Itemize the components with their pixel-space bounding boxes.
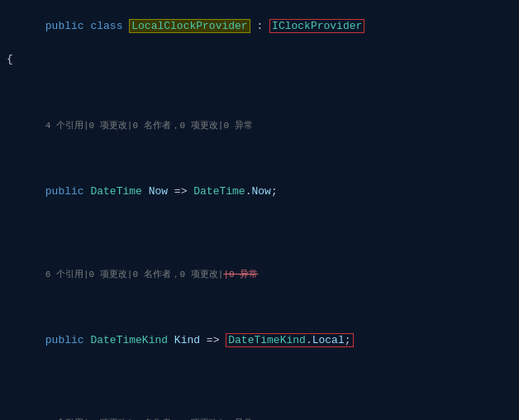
kw-public-2: public	[45, 334, 91, 346]
class-name: LocalClockProvider	[131, 20, 247, 32]
brace-open: {	[7, 53, 13, 65]
keyword-public: public	[45, 20, 91, 32]
type-datetimekind-1: DateTimeKind	[90, 334, 174, 346]
type-datetime-2: DateTime	[193, 185, 245, 198]
line-blank-1	[0, 68, 519, 84]
type-datetimekind-2: DateTimeKind	[228, 334, 306, 346]
arrow-1: =>	[174, 185, 193, 198]
code-editor: public class LocalClockProvider : IClock…	[0, 0, 519, 420]
interface-name: IClockProvider	[272, 20, 362, 32]
val-local: Local	[312, 334, 345, 346]
line-open-brace: {	[0, 51, 519, 68]
dot-2: .	[306, 334, 312, 346]
meta-line-1: 4 个引用|0 项更改|0 名作者，0 项更改|0 异常	[0, 84, 519, 150]
dot-1: .	[245, 185, 252, 198]
meta-text-1: 4 个引用|0 项更改|0 名作者，0 项更改|0 异常	[45, 121, 253, 131]
type-datetime-1: DateTime	[90, 185, 148, 198]
strikethrough-text: |0 异常	[223, 270, 258, 279]
meta-line-3: 4 个引用|0 项更改|0 名作者，0 项更改|0 异常	[0, 382, 519, 420]
val-now: Now	[252, 185, 271, 198]
meta-text-2: 6 个引用|0 项更改|0 名作者，0 项更改||0 异常	[45, 270, 258, 279]
meta-line-2: 6 个引用|0 项更改|0 名作者，0 项更改||0 异常	[0, 233, 519, 299]
kw-public-1: public	[45, 185, 91, 198]
line-kind-property: public DateTimeKind Kind => DateTimeKind…	[0, 299, 519, 365]
line-blank-3	[0, 365, 519, 382]
arrow-2: =>	[207, 334, 226, 346]
prop-now: Now	[149, 185, 174, 198]
colon: :	[250, 20, 269, 32]
prop-kind: Kind	[174, 334, 207, 346]
line-blank-2	[0, 217, 519, 233]
line-now-property: public DateTime Now => DateTime.Now;	[0, 150, 519, 217]
semi-1: ;	[271, 185, 278, 198]
keyword-class: class	[90, 20, 129, 32]
line-class-declaration: public class LocalClockProvider : IClock…	[0, 2, 519, 51]
semi-2: ;	[345, 334, 351, 346]
